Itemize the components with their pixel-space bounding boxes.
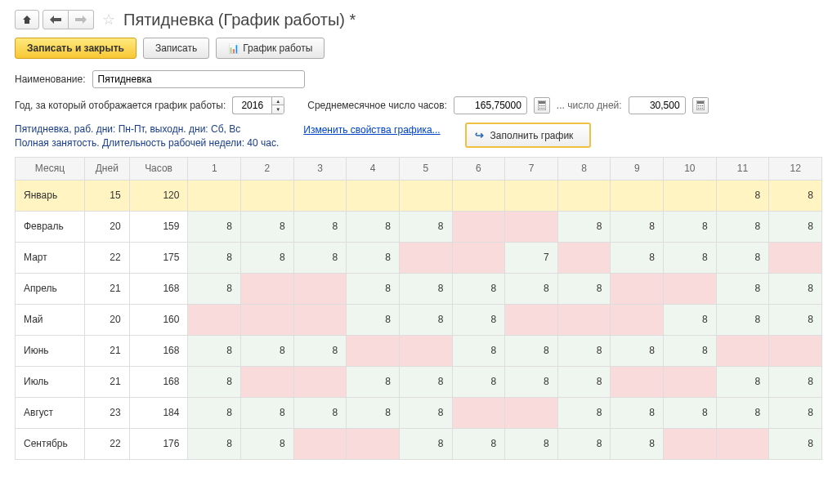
col-d7[interactable]: 7 — [505, 157, 558, 180]
day-cell[interactable]: 8 — [557, 366, 611, 397]
day-cell[interactable] — [505, 180, 558, 211]
day-cell[interactable] — [664, 180, 717, 211]
day-cell[interactable]: 8 — [557, 397, 611, 428]
cell-month[interactable]: Сентябрь — [16, 428, 85, 459]
day-cell[interactable]: 8 — [716, 304, 769, 335]
col-d11[interactable]: 11 — [716, 157, 769, 180]
cell-month[interactable]: Май — [16, 304, 85, 335]
favorite-star-icon[interactable]: ☆ — [102, 11, 115, 29]
day-cell[interactable] — [347, 428, 400, 459]
cell-days[interactable]: 15 — [84, 180, 129, 211]
year-input[interactable] — [232, 96, 271, 114]
day-cell[interactable]: 8 — [347, 304, 400, 335]
day-cell[interactable]: 8 — [664, 211, 717, 242]
day-cell[interactable]: 8 — [664, 335, 717, 366]
day-cell[interactable] — [293, 273, 347, 304]
day-cell[interactable]: 8 — [347, 211, 400, 242]
day-cell[interactable]: 8 — [769, 304, 822, 335]
year-spin-down[interactable]: ▼ — [272, 105, 284, 114]
day-cell[interactable]: 8 — [452, 335, 505, 366]
day-cell[interactable]: 8 — [611, 397, 664, 428]
day-cell[interactable]: 8 — [557, 211, 611, 242]
cell-month[interactable]: Февраль — [16, 211, 85, 242]
col-d1[interactable]: 1 — [188, 157, 241, 180]
day-cell[interactable]: 8 — [452, 273, 505, 304]
day-cell[interactable]: 8 — [188, 273, 241, 304]
table-row[interactable]: Июнь2116888888888 — [16, 335, 822, 366]
day-cell[interactable] — [505, 397, 558, 428]
fill-schedule-button[interactable]: ↪ Заполнить график — [465, 123, 592, 148]
day-cell[interactable] — [611, 273, 664, 304]
day-cell[interactable]: 8 — [399, 366, 452, 397]
table-row[interactable]: Сентябрь2217688888888 — [16, 428, 822, 459]
day-cell[interactable] — [399, 242, 452, 273]
day-cell[interactable]: 8 — [611, 335, 664, 366]
cell-days[interactable]: 21 — [84, 335, 129, 366]
day-cell[interactable] — [611, 180, 664, 211]
day-cell[interactable]: 8 — [664, 242, 717, 273]
day-cell[interactable] — [293, 428, 347, 459]
day-cell[interactable]: 8 — [188, 335, 241, 366]
day-cell[interactable] — [241, 304, 294, 335]
day-cell[interactable] — [664, 428, 717, 459]
day-cell[interactable]: 8 — [188, 428, 241, 459]
day-cell[interactable] — [611, 366, 664, 397]
day-cell[interactable]: 8 — [293, 397, 347, 428]
day-cell[interactable] — [241, 366, 294, 397]
col-d3[interactable]: 3 — [293, 157, 347, 180]
day-cell[interactable]: 8 — [716, 366, 769, 397]
col-days[interactable]: Дней — [84, 157, 129, 180]
day-cell[interactable] — [452, 180, 505, 211]
year-spin-up[interactable]: ▲ — [272, 97, 284, 105]
days-input[interactable] — [629, 96, 686, 114]
col-d4[interactable]: 4 — [347, 157, 400, 180]
day-cell[interactable]: 8 — [241, 397, 294, 428]
cell-days[interactable]: 21 — [84, 273, 129, 304]
col-d2[interactable]: 2 — [241, 157, 294, 180]
day-cell[interactable]: 8 — [452, 304, 505, 335]
table-row[interactable]: Февраль201598888888888 — [16, 211, 822, 242]
table-row[interactable]: Апрель2116888888888 — [16, 273, 822, 304]
day-cell[interactable]: 8 — [505, 428, 558, 459]
col-d8[interactable]: 8 — [557, 157, 611, 180]
day-cell[interactable] — [557, 242, 611, 273]
day-cell[interactable]: 8 — [611, 211, 664, 242]
day-cell[interactable]: 8 — [347, 397, 400, 428]
cell-days[interactable]: 23 — [84, 397, 129, 428]
day-cell[interactable] — [293, 304, 347, 335]
day-cell[interactable]: 8 — [293, 335, 347, 366]
day-cell[interactable]: 8 — [557, 335, 611, 366]
cell-hours[interactable]: 184 — [129, 397, 188, 428]
cell-month[interactable]: Март — [16, 242, 85, 273]
day-cell[interactable]: 8 — [347, 366, 400, 397]
cell-days[interactable]: 20 — [84, 304, 129, 335]
day-cell[interactable]: 8 — [452, 366, 505, 397]
cell-hours[interactable]: 160 — [129, 304, 188, 335]
save-button[interactable]: Записать — [143, 38, 209, 59]
col-d6[interactable]: 6 — [452, 157, 505, 180]
day-cell[interactable] — [293, 180, 347, 211]
cell-days[interactable]: 21 — [84, 366, 129, 397]
day-cell[interactable] — [716, 335, 769, 366]
cell-days[interactable]: 20 — [84, 211, 129, 242]
forward-button[interactable] — [69, 10, 94, 29]
day-cell[interactable] — [505, 304, 558, 335]
day-cell[interactable] — [769, 335, 822, 366]
day-cell[interactable] — [505, 211, 558, 242]
table-row[interactable]: Март2217588887888 — [16, 242, 822, 273]
day-cell[interactable]: 8 — [557, 273, 611, 304]
table-row[interactable]: Январь1512088 — [16, 180, 822, 211]
col-d9[interactable]: 9 — [611, 157, 664, 180]
day-cell[interactable] — [399, 180, 452, 211]
home-button[interactable] — [15, 10, 39, 29]
day-cell[interactable]: 8 — [188, 211, 241, 242]
table-row[interactable]: Август231848888888888 — [16, 397, 822, 428]
day-cell[interactable] — [399, 335, 452, 366]
day-cell[interactable] — [611, 304, 664, 335]
save-close-button[interactable]: Записать и закрыть — [15, 38, 137, 59]
day-cell[interactable]: 8 — [769, 397, 822, 428]
day-cell[interactable]: 8 — [399, 304, 452, 335]
day-cell[interactable] — [769, 242, 822, 273]
day-cell[interactable]: 8 — [505, 335, 558, 366]
day-cell[interactable] — [241, 180, 294, 211]
